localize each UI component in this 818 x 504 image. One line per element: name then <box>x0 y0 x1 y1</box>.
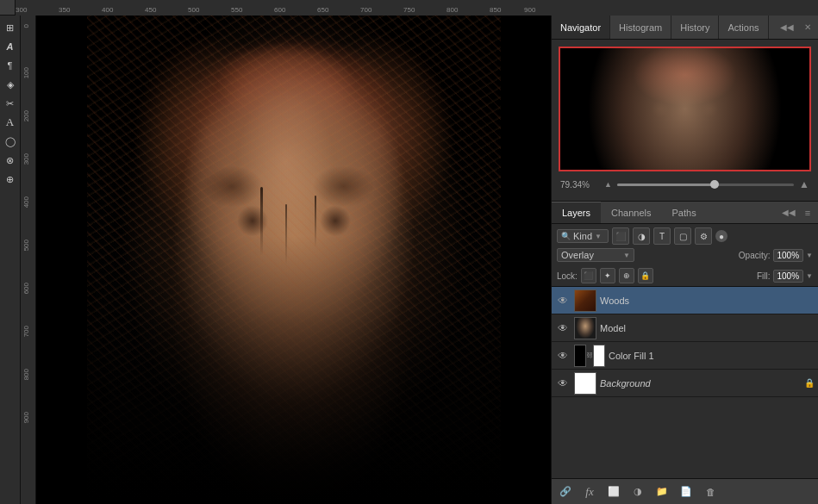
blend-mode-dropdown[interactable]: Overlay ▼ <box>557 248 634 262</box>
layer-item-model[interactable]: 👁 Model <box>552 314 818 342</box>
adjustment-layer-button[interactable]: ◑ <box>629 483 646 501</box>
smart-filter-button[interactable]: ⚙ <box>695 227 712 245</box>
layer-filter-row: 🔍 Kind ▼ ⬛ ◑ T ▢ ⚙ ● <box>557 227 813 245</box>
type-filter-button[interactable]: T <box>653 227 671 245</box>
tab-history[interactable]: History <box>671 16 719 39</box>
zoom-in-icon[interactable]: ▲ <box>799 178 809 190</box>
kind-dropdown[interactable]: 🔍 Kind ▼ <box>557 229 609 243</box>
lock-all-button[interactable]: 🔒 <box>638 268 653 283</box>
kind-dropdown-arrow: ▼ <box>595 233 602 240</box>
pixel-filter-button[interactable]: ⬛ <box>612 227 629 245</box>
layer-fx-button[interactable]: fx <box>581 483 598 501</box>
layer-name-model: Model <box>600 323 815 333</box>
layer-list: 👁 Woods 👁 Model 👁 ⛓ <box>552 287 818 478</box>
layer-visibility-background[interactable]: 👁 <box>555 376 571 391</box>
filter-tool-button[interactable]: ⊗ <box>2 152 19 169</box>
3d-tool-button[interactable]: ◈ <box>2 76 19 93</box>
blend-dropdown-arrow: ▼ <box>623 252 630 259</box>
layer-thumbnail-pair: ⛓ <box>574 345 605 367</box>
opacity-dropdown-arrow[interactable]: ▼ <box>806 252 813 259</box>
layer-thumbnail-model <box>574 317 596 339</box>
transform-tool-button[interactable]: ✂ <box>2 95 19 112</box>
navigator-zoom-control: 79.34% ▲ ▲ <box>559 175 811 194</box>
panel-top-tabs: Navigator Histogram History Actions ◀◀ ✕ <box>552 16 818 40</box>
ruler-tick: 550 <box>231 6 242 14</box>
zoom-slider-thumb[interactable] <box>710 180 719 189</box>
layer-thumbnail-woods <box>574 289 596 312</box>
portrait-face <box>87 16 501 504</box>
layers-collapse-btn[interactable]: ◀◀ <box>780 202 797 223</box>
v-ruler-label: 100 <box>22 67 30 78</box>
new-group-button[interactable]: 📁 <box>653 483 671 501</box>
ruler-tick: 350 <box>59 6 70 14</box>
fill-dropdown-arrow[interactable]: ▼ <box>806 272 813 280</box>
ruler-tick: 300 <box>16 6 27 14</box>
grid-tool-button[interactable]: ⊞ <box>2 19 19 36</box>
zoom-slider-fill <box>617 184 715 186</box>
layers-menu-button[interactable]: ≡ <box>797 202 818 223</box>
v-ruler-label: 200 <box>22 110 30 121</box>
tab-paths[interactable]: Paths <box>662 202 707 223</box>
tab-layers[interactable]: Layers <box>552 202 601 223</box>
tab-navigator[interactable]: Navigator <box>552 16 610 39</box>
link-layers-button[interactable]: 🔗 <box>557 483 574 501</box>
zoom-percentage: 79.34% <box>560 180 599 190</box>
panel-close-button[interactable]: ✕ <box>797 17 818 38</box>
v-ruler-label: 300 <box>22 153 30 165</box>
layer-item-woods[interactable]: 👁 Woods <box>552 287 818 314</box>
shape-filter-button[interactable]: ▢ <box>674 227 691 245</box>
layer-item-background[interactable]: 👁 Background 🔒 <box>552 370 818 397</box>
layer-name-woods: Woods <box>600 296 815 306</box>
new-layer-button[interactable]: 📄 <box>678 483 695 501</box>
character-tool-button[interactable]: A <box>2 114 19 131</box>
layer-thumbnail-background <box>574 372 596 395</box>
layer-filter-toggle[interactable]: ● <box>715 230 727 242</box>
delete-layer-button[interactable]: 🗑 <box>702 483 719 501</box>
ruler-tick: 700 <box>360 6 372 14</box>
tab-channels[interactable]: Channels <box>601 202 661 223</box>
layers-panel: Layers Channels Paths ◀◀ ≡ 🔍 Kind <box>552 202 818 504</box>
layer-item-colorfill[interactable]: 👁 ⛓ Color Fill 1 <box>552 342 818 370</box>
lock-pixels-button[interactable]: ⬛ <box>581 268 596 283</box>
link-icon: ⛓ <box>588 345 591 367</box>
ruler-canvas: 300 350 400 450 500 550 600 650 700 750 … <box>16 0 818 16</box>
v-ruler-label: 500 <box>22 240 30 251</box>
layer-mask-button[interactable]: ⬜ <box>605 483 622 501</box>
panel-collapse-button[interactable]: ◀◀ <box>777 17 797 38</box>
ruler-tick: 650 <box>317 6 328 14</box>
navigator-panel: 79.34% ▲ ▲ <box>552 40 818 201</box>
horizontal-ruler: 300 350 400 450 500 550 600 650 700 750 … <box>16 0 818 16</box>
layer-visibility-woods[interactable]: 👁 <box>555 293 571 308</box>
ruler-tick: 800 <box>446 6 458 14</box>
top-ruler-bar: 300 350 400 450 500 550 600 650 700 750 … <box>0 0 818 16</box>
ruler-corner <box>0 0 16 16</box>
v-ruler-label: 600 <box>22 283 30 294</box>
drip-1 <box>260 187 263 256</box>
ellipse-tool-button[interactable]: ◯ <box>2 133 19 150</box>
paragraph-tool-button[interactable]: ¶ <box>2 57 19 74</box>
layer-name-background: Background <box>600 378 801 389</box>
layer-mask-thumb <box>574 345 586 367</box>
layer-visibility-model[interactable]: 👁 <box>555 320 571 336</box>
ruler-tick: 450 <box>145 6 156 14</box>
zoom-out-icon[interactable]: ▲ <box>604 180 612 189</box>
left-toolbar: ⊞ A ¶ ◈ ✂ A ◯ ⊗ ⊕ <box>0 16 21 504</box>
v-ruler-label: 0 <box>22 24 30 28</box>
opacity-control: Opacity: 100% ▼ <box>739 249 813 262</box>
canvas-viewport[interactable] <box>36 16 551 504</box>
tab-histogram[interactable]: Histogram <box>610 16 671 39</box>
tab-actions[interactable]: Actions <box>719 16 768 39</box>
fill-control: Fill: 100% ▼ <box>757 270 813 283</box>
canvas-with-ruler: 0 100 200 300 400 500 600 700 800 900 <box>21 16 551 504</box>
lock-move-button[interactable]: ✦ <box>600 268 615 283</box>
v-ruler-label: 800 <box>22 369 30 380</box>
adjustment-filter-button[interactable]: ◑ <box>633 227 650 245</box>
layer-controls: 🔍 Kind ▼ ⬛ ◑ T ▢ ⚙ ● Overlay ▼ <box>552 224 818 265</box>
composite-tool-button[interactable]: ⊕ <box>2 171 19 188</box>
layers-bottom-toolbar: 🔗 fx ⬜ ◑ 📁 📄 🗑 <box>552 478 818 504</box>
v-ruler-label: 700 <box>22 326 30 337</box>
lock-artboard-button[interactable]: ⊕ <box>619 268 634 283</box>
layer-visibility-colorfill[interactable]: 👁 <box>555 348 571 364</box>
text-tool-button[interactable]: A <box>2 38 19 55</box>
zoom-slider[interactable] <box>617 184 794 186</box>
